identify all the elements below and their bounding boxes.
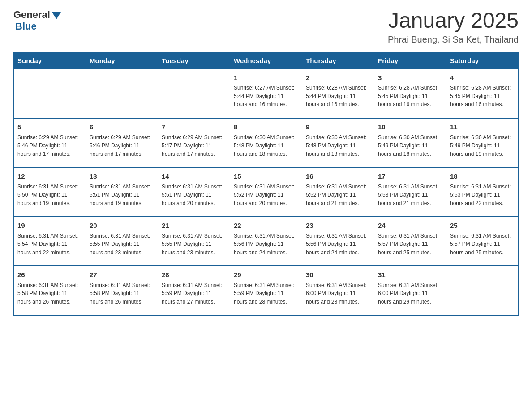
day-info: Sunrise: 6:31 AM Sunset: 5:53 PM Dayligh… xyxy=(378,183,442,208)
calendar-week-row: 19Sunrise: 6:31 AM Sunset: 5:54 PM Dayli… xyxy=(14,217,519,266)
title-section: January 2025 Phrai Bueng, Si Sa Ket, Tha… xyxy=(388,9,519,45)
day-info: Sunrise: 6:28 AM Sunset: 5:45 PM Dayligh… xyxy=(378,84,442,109)
calendar-cell: 5Sunrise: 6:29 AM Sunset: 5:46 PM Daylig… xyxy=(14,118,86,167)
calendar-cell: 24Sunrise: 6:31 AM Sunset: 5:57 PM Dayli… xyxy=(374,217,446,266)
day-number: 7 xyxy=(162,122,226,133)
day-info: Sunrise: 6:30 AM Sunset: 5:48 PM Dayligh… xyxy=(306,133,370,158)
day-info: Sunrise: 6:31 AM Sunset: 5:52 PM Dayligh… xyxy=(234,183,298,208)
day-info: Sunrise: 6:31 AM Sunset: 5:56 PM Dayligh… xyxy=(306,232,370,257)
calendar-cell: 31Sunrise: 6:31 AM Sunset: 6:00 PM Dayli… xyxy=(374,266,446,315)
day-info: Sunrise: 6:29 AM Sunset: 5:46 PM Dayligh… xyxy=(17,133,82,158)
calendar-cell xyxy=(14,69,86,118)
day-info: Sunrise: 6:27 AM Sunset: 5:44 PM Dayligh… xyxy=(234,84,298,109)
day-info: Sunrise: 6:31 AM Sunset: 5:55 PM Dayligh… xyxy=(162,232,226,257)
calendar-cell: 17Sunrise: 6:31 AM Sunset: 5:53 PM Dayli… xyxy=(374,167,446,217)
calendar-cell: 8Sunrise: 6:30 AM Sunset: 5:48 PM Daylig… xyxy=(230,118,302,167)
day-number: 30 xyxy=(306,270,370,280)
day-info: Sunrise: 6:31 AM Sunset: 5:56 PM Dayligh… xyxy=(234,232,298,257)
day-number: 11 xyxy=(450,122,515,133)
calendar-week-row: 26Sunrise: 6:31 AM Sunset: 5:58 PM Dayli… xyxy=(14,266,519,315)
calendar-week-row: 5Sunrise: 6:29 AM Sunset: 5:46 PM Daylig… xyxy=(14,118,519,167)
calendar-cell xyxy=(158,69,230,118)
day-number: 28 xyxy=(162,270,226,280)
calendar-cell xyxy=(86,69,158,118)
page-header: General Blue January 2025 Phrai Bueng, S… xyxy=(13,9,519,45)
day-info: Sunrise: 6:31 AM Sunset: 5:57 PM Dayligh… xyxy=(450,232,515,257)
day-number: 31 xyxy=(378,270,442,280)
logo-triangle-icon xyxy=(52,12,61,19)
day-number: 29 xyxy=(234,270,298,280)
day-info: Sunrise: 6:31 AM Sunset: 5:54 PM Dayligh… xyxy=(17,232,82,257)
day-number: 27 xyxy=(90,270,154,280)
day-number: 12 xyxy=(17,171,82,182)
day-number: 1 xyxy=(234,73,298,83)
day-info: Sunrise: 6:31 AM Sunset: 5:51 PM Dayligh… xyxy=(90,183,154,208)
day-number: 21 xyxy=(162,221,226,231)
day-number: 22 xyxy=(234,221,298,231)
calendar-table: SundayMondayTuesdayWednesdayThursdayFrid… xyxy=(13,52,519,316)
day-info: Sunrise: 6:31 AM Sunset: 5:52 PM Dayligh… xyxy=(306,183,370,208)
day-info: Sunrise: 6:28 AM Sunset: 5:45 PM Dayligh… xyxy=(450,84,515,109)
day-info: Sunrise: 6:31 AM Sunset: 6:00 PM Dayligh… xyxy=(306,281,370,306)
day-info: Sunrise: 6:31 AM Sunset: 5:55 PM Dayligh… xyxy=(90,232,154,257)
calendar-cell: 9Sunrise: 6:30 AM Sunset: 5:48 PM Daylig… xyxy=(302,118,374,167)
calendar-cell: 25Sunrise: 6:31 AM Sunset: 5:57 PM Dayli… xyxy=(446,217,519,266)
day-info: Sunrise: 6:31 AM Sunset: 5:53 PM Dayligh… xyxy=(450,183,515,208)
calendar-cell: 11Sunrise: 6:30 AM Sunset: 5:49 PM Dayli… xyxy=(446,118,519,167)
day-info: Sunrise: 6:31 AM Sunset: 5:57 PM Dayligh… xyxy=(378,232,442,257)
day-info: Sunrise: 6:31 AM Sunset: 5:50 PM Dayligh… xyxy=(17,183,82,208)
day-number: 6 xyxy=(90,122,154,133)
calendar-cell: 12Sunrise: 6:31 AM Sunset: 5:50 PM Dayli… xyxy=(14,167,86,217)
logo: General Blue xyxy=(13,9,61,32)
day-info: Sunrise: 6:31 AM Sunset: 5:59 PM Dayligh… xyxy=(234,281,298,306)
calendar-cell: 27Sunrise: 6:31 AM Sunset: 5:58 PM Dayli… xyxy=(86,266,158,315)
calendar-cell: 19Sunrise: 6:31 AM Sunset: 5:54 PM Dayli… xyxy=(14,217,86,266)
day-number: 16 xyxy=(306,171,370,182)
day-number: 13 xyxy=(90,171,154,182)
calendar-cell: 4Sunrise: 6:28 AM Sunset: 5:45 PM Daylig… xyxy=(446,69,519,118)
location-subtitle: Phrai Bueng, Si Sa Ket, Thailand xyxy=(388,34,519,45)
day-header-saturday: Saturday xyxy=(446,52,519,69)
calendar-cell: 14Sunrise: 6:31 AM Sunset: 5:51 PM Dayli… xyxy=(158,167,230,217)
day-number: 25 xyxy=(450,221,515,231)
day-number: 5 xyxy=(17,122,82,133)
day-info: Sunrise: 6:30 AM Sunset: 5:48 PM Dayligh… xyxy=(234,133,298,158)
logo-blue-text: Blue xyxy=(15,21,37,32)
calendar-cell: 13Sunrise: 6:31 AM Sunset: 5:51 PM Dayli… xyxy=(86,167,158,217)
day-number: 3 xyxy=(378,73,442,83)
day-info: Sunrise: 6:30 AM Sunset: 5:49 PM Dayligh… xyxy=(378,133,442,158)
day-number: 14 xyxy=(162,171,226,182)
calendar-week-row: 12Sunrise: 6:31 AM Sunset: 5:50 PM Dayli… xyxy=(14,167,519,217)
calendar-cell: 22Sunrise: 6:31 AM Sunset: 5:56 PM Dayli… xyxy=(230,217,302,266)
day-number: 9 xyxy=(306,122,370,133)
day-info: Sunrise: 6:31 AM Sunset: 6:00 PM Dayligh… xyxy=(378,281,442,306)
day-number: 19 xyxy=(17,221,82,231)
calendar-cell: 1Sunrise: 6:27 AM Sunset: 5:44 PM Daylig… xyxy=(230,69,302,118)
day-header-friday: Friday xyxy=(374,52,446,69)
day-number: 18 xyxy=(450,171,515,182)
day-header-monday: Monday xyxy=(86,52,158,69)
day-info: Sunrise: 6:28 AM Sunset: 5:44 PM Dayligh… xyxy=(306,84,370,109)
calendar-header-row: SundayMondayTuesdayWednesdayThursdayFrid… xyxy=(14,52,519,69)
day-number: 23 xyxy=(306,221,370,231)
day-info: Sunrise: 6:30 AM Sunset: 5:49 PM Dayligh… xyxy=(450,133,515,158)
day-number: 24 xyxy=(378,221,442,231)
day-header-tuesday: Tuesday xyxy=(158,52,230,69)
day-number: 2 xyxy=(306,73,370,83)
calendar-cell: 29Sunrise: 6:31 AM Sunset: 5:59 PM Dayli… xyxy=(230,266,302,315)
calendar-cell xyxy=(446,266,519,315)
calendar-title: January 2025 xyxy=(388,9,519,33)
day-info: Sunrise: 6:31 AM Sunset: 5:58 PM Dayligh… xyxy=(17,281,82,306)
day-header-thursday: Thursday xyxy=(302,52,374,69)
day-number: 20 xyxy=(90,221,154,231)
day-number: 15 xyxy=(234,171,298,182)
calendar-week-row: 1Sunrise: 6:27 AM Sunset: 5:44 PM Daylig… xyxy=(14,69,519,118)
calendar-cell: 16Sunrise: 6:31 AM Sunset: 5:52 PM Dayli… xyxy=(302,167,374,217)
calendar-cell: 28Sunrise: 6:31 AM Sunset: 5:59 PM Dayli… xyxy=(158,266,230,315)
calendar-cell: 3Sunrise: 6:28 AM Sunset: 5:45 PM Daylig… xyxy=(374,69,446,118)
calendar-cell: 10Sunrise: 6:30 AM Sunset: 5:49 PM Dayli… xyxy=(374,118,446,167)
calendar-cell: 18Sunrise: 6:31 AM Sunset: 5:53 PM Dayli… xyxy=(446,167,519,217)
day-number: 26 xyxy=(17,270,82,280)
calendar-cell: 15Sunrise: 6:31 AM Sunset: 5:52 PM Dayli… xyxy=(230,167,302,217)
calendar-cell: 7Sunrise: 6:29 AM Sunset: 5:47 PM Daylig… xyxy=(158,118,230,167)
